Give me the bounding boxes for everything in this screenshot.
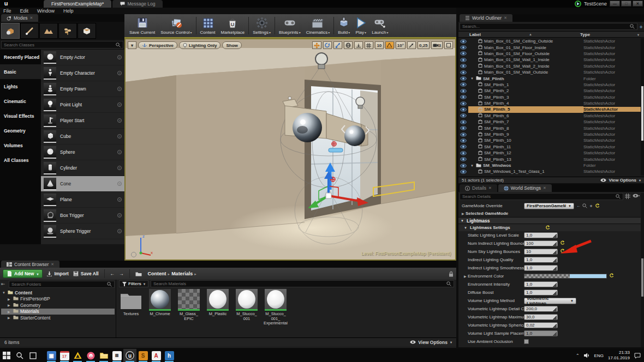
geometry-mode-icon[interactable] <box>77 23 96 39</box>
chrome-sphere-1[interactable] <box>293 113 322 142</box>
property-value-spinbox[interactable]: 1,0 <box>524 257 558 263</box>
place-item-box-trigger[interactable]: Box Trigger? <box>41 208 124 224</box>
grab-handle-icon[interactable]: ? <box>117 87 122 91</box>
eye-icon[interactable] <box>460 120 467 124</box>
reset-icon-wrap[interactable] <box>609 273 614 279</box>
menu-item-help[interactable]: Help <box>63 8 74 14</box>
grab-handle-icon[interactable]: ? <box>117 229 122 233</box>
save-all-button[interactable]: Save All <box>73 271 99 276</box>
clock[interactable]: 21:33 17.01.2019 <box>608 350 630 361</box>
category-all-classes[interactable]: All Classes <box>0 153 41 167</box>
document-tab-2[interactable]: Message Log <box>112 0 163 8</box>
expander-icon[interactable]: ▼ <box>470 77 474 80</box>
tree-item-firstpersonbp[interactable]: ▶FirstPersonBP <box>1 296 115 303</box>
eye-icon[interactable] <box>460 170 467 174</box>
forward-button[interactable]: → <box>119 271 124 276</box>
spin-handle[interactable] <box>553 282 557 287</box>
visibility-toggle[interactable] <box>458 120 468 124</box>
perspective-button[interactable]: Perspective <box>138 41 177 49</box>
breadcrumb-content[interactable]: Content <box>148 271 166 276</box>
surface-snap-button[interactable] <box>354 41 363 49</box>
place-item-sphere-trigger[interactable]: Sphere Trigger? <box>41 224 124 239</box>
visibility-toggle[interactable] <box>458 76 468 81</box>
property-value-spinbox[interactable]: 1,0 <box>524 281 558 287</box>
asset-m-stucco-001[interactable]: M_Stucco_ 001 <box>235 289 259 321</box>
place-item-empty-pawn[interactable]: Empty Pawn? <box>41 81 124 97</box>
marketplace-button[interactable]: UMarketplace <box>218 15 248 36</box>
language-indicator[interactable]: ENG <box>594 353 604 358</box>
gamemode-add-icon[interactable]: ＋ <box>589 203 593 209</box>
outliner-row[interactable]: Main_Box_01_SM_Floor_InsideStaticMeshAct… <box>458 44 641 50</box>
grab-handle-icon[interactable]: ? <box>117 71 122 75</box>
eye-icon[interactable] <box>460 82 467 87</box>
property-value-spinbox[interactable]: 1,0 <box>524 330 558 336</box>
eye-icon[interactable] <box>460 164 467 168</box>
world-outliner-tab[interactable]: World Outliner✕ <box>460 14 512 22</box>
asset-m-glass-epic[interactable]: M_Glass_ EPIC <box>177 289 201 321</box>
blueprints-button[interactable]: Blueprints▾ <box>276 15 303 36</box>
taskbar-task-view-icon[interactable] <box>26 349 39 362</box>
visibility-toggle[interactable] <box>458 157 468 161</box>
taskbar-app-h-icon[interactable]: h <box>163 349 176 362</box>
property-value-spinbox[interactable]: 30,0 <box>524 314 558 320</box>
place-item-sphere[interactable]: Sphere? <box>41 144 124 160</box>
tree-item-geometry[interactable]: ▶Geometry <box>1 302 115 309</box>
taskbar-unreal-editor-icon[interactable]: u <box>123 349 136 362</box>
paint-mode-icon[interactable] <box>20 23 39 39</box>
category-recently-placed[interactable]: Recently Placed <box>0 50 41 64</box>
grid-snap-value[interactable]: 10 <box>375 41 384 49</box>
taskbar-notepad-icon[interactable]: ▤ <box>110 349 123 362</box>
column-type[interactable]: Type <box>580 32 637 37</box>
visibility-toggle[interactable] <box>458 95 468 99</box>
column-label[interactable]: Label <box>458 32 481 37</box>
viewport-3d-scene[interactable] <box>126 39 455 260</box>
visibility-toggle[interactable] <box>458 144 468 149</box>
grab-handle-icon[interactable]: ? <box>117 150 122 154</box>
visibility-toggle[interactable] <box>458 39 468 44</box>
lock-icon[interactable] <box>449 271 454 277</box>
expander-icon[interactable]: ▼ <box>2 291 6 294</box>
source-control-button[interactable]: Source Control▾ <box>158 15 194 36</box>
outliner-row[interactable]: ▼SM_PlinthFolder <box>458 75 641 81</box>
category-lights[interactable]: Lights <box>0 79 41 94</box>
tray-chevron-icon[interactable]: ⌃ <box>576 353 580 358</box>
sources-toggle-icon[interactable]: ⇤ <box>1 281 5 287</box>
scale-snap-value[interactable]: 0,25 <box>418 41 430 49</box>
place-item-empty-actor[interactable]: Empty Actor? <box>41 50 124 65</box>
landscape-mode-icon[interactable] <box>39 23 58 39</box>
content-browser-tab[interactable]: Content Browser✕ <box>1 261 59 268</box>
taskbar-autodesk-app-icon[interactable]: A <box>150 349 163 362</box>
folder-search-input[interactable] <box>11 282 105 287</box>
property-value-spinbox[interactable]: 10 <box>524 249 558 255</box>
chevron-down-icon[interactable]: ▾ <box>386 31 388 34</box>
menu-item-window[interactable]: Window <box>37 8 55 14</box>
asset-search-input[interactable] <box>153 281 444 286</box>
outliner-filter-add-icon[interactable]: ＋ <box>639 23 644 29</box>
menu-item-edit[interactable]: Edit <box>20 8 29 14</box>
world-local-toggle[interactable] <box>344 41 353 49</box>
grab-handle-icon[interactable]: ? <box>117 102 122 107</box>
asset-m-plastic[interactable]: M_Plastic <box>206 289 230 317</box>
cinematics-button[interactable]: Cinematics▾ <box>303 15 333 36</box>
lightmass-settings-header[interactable]: ▼ Lightmass Settings <box>458 224 641 231</box>
search-classes-input[interactable] <box>4 43 114 47</box>
expander-icon[interactable]: ▶ <box>8 310 11 313</box>
taskbar-calendar-icon[interactable]: 17 <box>58 349 71 362</box>
visibility-toggle[interactable] <box>458 101 468 106</box>
spin-handle[interactable] <box>553 250 557 254</box>
taskbar-browser-icon[interactable]: д <box>84 349 97 362</box>
grab-handle-icon[interactable]: ? <box>117 197 122 202</box>
place-item-player-start[interactable]: Player Start? <box>41 113 124 129</box>
eye-icon[interactable] <box>460 107 467 112</box>
outliner-row[interactable]: Main_Box_01_SM_Floor_OutsideStaticMeshAc… <box>458 51 641 57</box>
visibility-toggle[interactable] <box>458 70 468 75</box>
taskbar-start-icon[interactable] <box>0 349 13 362</box>
gamemode-use-selected-icon[interactable]: ← <box>576 203 581 208</box>
eye-icon[interactable] <box>460 138 467 143</box>
outliner-scrollbar[interactable] <box>641 38 644 176</box>
place-item-cylinder[interactable]: Cylinder? <box>41 160 124 176</box>
expander-icon[interactable]: ▶ <box>8 297 11 301</box>
visibility-toggle[interactable] <box>458 164 468 168</box>
scale-tool-button[interactable] <box>333 41 342 49</box>
filters-button[interactable]: Filters▾ <box>119 280 148 287</box>
